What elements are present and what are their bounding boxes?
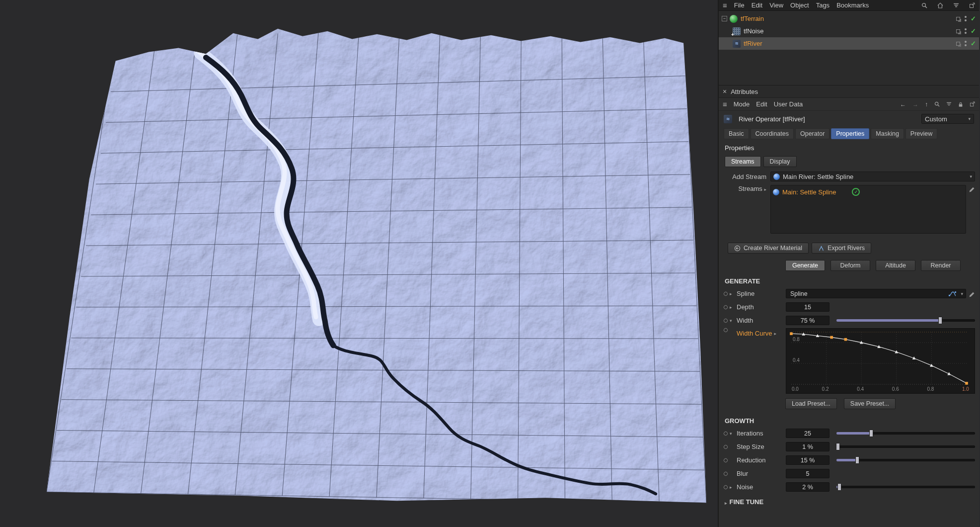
keyframe-dot[interactable]	[722, 445, 730, 449]
enabled-check-icon[interactable]: ✓	[971, 15, 976, 22]
filter-icon[interactable]	[946, 102, 952, 106]
noise-slider[interactable]	[836, 482, 975, 492]
save-preset-button[interactable]: Save Preset...	[844, 398, 896, 409]
popout-icon[interactable]	[970, 101, 975, 107]
slider-handle[interactable]	[836, 443, 840, 450]
load-preset-button[interactable]: Load Preset...	[785, 398, 837, 409]
expander-icon[interactable]: ▸	[730, 305, 737, 310]
generate-heading[interactable]: GENERATE	[719, 273, 979, 287]
viewport-3d[interactable]	[0, 0, 719, 527]
subtab-streams[interactable]: Streams	[725, 156, 761, 167]
expander-icon[interactable]: ▾	[730, 318, 737, 323]
layer-icon[interactable]	[956, 42, 960, 46]
visibility-dots[interactable]	[965, 41, 967, 46]
menu-file[interactable]: File	[734, 1, 745, 9]
create-river-material-button[interactable]: Create River Material	[728, 243, 809, 254]
blur-field[interactable]: 5	[786, 469, 829, 478]
slider-handle[interactable]	[837, 483, 841, 491]
edit-icon[interactable]	[969, 290, 975, 298]
object-row-tfterrain[interactable]: − tfTerrain ✓	[719, 12, 979, 25]
object-name[interactable]: tfRiver	[744, 40, 762, 47]
popout-icon[interactable]	[969, 2, 975, 8]
tab-coordinates[interactable]: Coordinates	[751, 128, 794, 139]
slider-handle[interactable]	[938, 317, 942, 324]
fine-tune-heading[interactable]: ▸ FINE TUNE	[719, 494, 979, 508]
mode-tab-render[interactable]: Render	[921, 260, 961, 271]
menu-user-data[interactable]: User Data	[774, 100, 803, 108]
chevron-right-icon[interactable]: ▸	[774, 331, 777, 336]
step-size-slider[interactable]	[836, 442, 975, 451]
chevron-right-icon[interactable]: ▸	[764, 187, 766, 192]
visibility-dots[interactable]	[965, 28, 967, 34]
keyframe-dot[interactable]	[722, 319, 730, 323]
expander-icon[interactable]: ▾	[730, 431, 737, 436]
keyframe-dot[interactable]	[722, 458, 730, 462]
tab-preview[interactable]: Preview	[905, 128, 937, 139]
streams-list[interactable]: Main: Settle Spline ✓	[770, 185, 966, 234]
layer-icon[interactable]	[956, 29, 960, 33]
menu-bookmarks[interactable]: Bookmarks	[836, 1, 869, 9]
tab-operator[interactable]: Operator	[795, 128, 829, 139]
iterations-slider[interactable]	[836, 429, 975, 438]
attributes-tab-header[interactable]: × Attributes	[719, 86, 979, 98]
width-slider[interactable]	[836, 316, 975, 325]
stream-name[interactable]: Main: Settle Spline	[782, 188, 836, 196]
preset-dropdown[interactable]: Custom ▾	[921, 114, 974, 124]
object-row-tfriver[interactable]: ≈ tfRiver ✓	[719, 37, 979, 50]
filter-icon[interactable]	[953, 3, 959, 8]
tab-properties[interactable]: Properties	[831, 128, 869, 139]
reduction-field[interactable]: 15 %	[786, 455, 829, 465]
back-icon[interactable]: ←	[900, 101, 906, 108]
expander-icon[interactable]: ▸	[730, 291, 737, 296]
spline-field[interactable]: Spline ▾	[786, 289, 966, 298]
visibility-dots[interactable]	[965, 16, 967, 21]
object-name[interactable]: tfTerrain	[741, 15, 764, 22]
edit-icon[interactable]	[969, 185, 975, 193]
slider-handle[interactable]	[855, 456, 859, 464]
chevron-down-icon[interactable]: ▾	[961, 291, 963, 296]
layer-icon[interactable]	[956, 17, 960, 21]
keyframe-dot[interactable]	[722, 485, 730, 489]
stream-list-item[interactable]: Main: Settle Spline ✓	[773, 187, 964, 197]
menu-object[interactable]: Object	[790, 1, 809, 9]
iterations-field[interactable]: 25	[786, 429, 829, 438]
menu-icon[interactable]: ≡	[723, 100, 727, 108]
width-curve-plot[interactable]: 0.80.40.00.20.40.60.81.0	[786, 329, 971, 393]
forward-icon[interactable]: →	[912, 101, 918, 108]
menu-edit[interactable]: Edit	[752, 1, 762, 9]
keyframe-dot[interactable]	[722, 305, 730, 309]
reduction-slider[interactable]	[836, 455, 975, 465]
lock-icon[interactable]	[958, 101, 963, 107]
menu-mode[interactable]: Mode	[734, 100, 750, 108]
growth-heading[interactable]: GROWTH	[719, 411, 979, 427]
slider-handle[interactable]	[869, 430, 873, 437]
menu-icon[interactable]: ≡	[723, 1, 727, 9]
chevron-right-icon[interactable]: ▸	[725, 501, 727, 506]
menu-edit[interactable]: Edit	[756, 100, 767, 108]
depth-field[interactable]: 15	[786, 302, 829, 312]
width-field[interactable]: 75 %	[786, 316, 829, 325]
enabled-check-icon[interactable]: ✓	[971, 40, 976, 47]
close-icon[interactable]: ×	[723, 88, 727, 95]
width-curve-editor[interactable]: 0.80.40.00.20.40.60.81.0	[786, 328, 975, 394]
step-size-field[interactable]: 1 %	[786, 442, 829, 451]
mode-tab-altitude[interactable]: Altitude	[876, 260, 915, 271]
object-name[interactable]: tfNoise	[744, 27, 763, 35]
keyframe-dot[interactable]	[722, 292, 730, 296]
menu-tags[interactable]: Tags	[816, 1, 829, 9]
keyframe-dot[interactable]	[722, 328, 730, 332]
expander-icon[interactable]: ▸	[730, 485, 737, 490]
tab-basic[interactable]: Basic	[724, 128, 749, 139]
up-icon[interactable]: ↑	[925, 101, 928, 108]
object-row-tfnoise[interactable]: tfNoise ✓	[719, 25, 979, 37]
add-stream-dropdown[interactable]: Main River: Settle Spline ▾	[770, 172, 975, 181]
search-icon[interactable]	[921, 2, 927, 8]
mode-tab-generate[interactable]: Generate	[785, 260, 825, 271]
keyframe-dot[interactable]	[722, 432, 730, 436]
keyframe-dot[interactable]	[722, 472, 730, 476]
mode-tab-deform[interactable]: Deform	[830, 260, 870, 271]
enabled-check-icon[interactable]: ✓	[971, 27, 976, 35]
tab-masking[interactable]: Masking	[871, 128, 904, 139]
menu-view[interactable]: View	[769, 1, 783, 9]
noise-field[interactable]: 2 %	[786, 482, 829, 492]
